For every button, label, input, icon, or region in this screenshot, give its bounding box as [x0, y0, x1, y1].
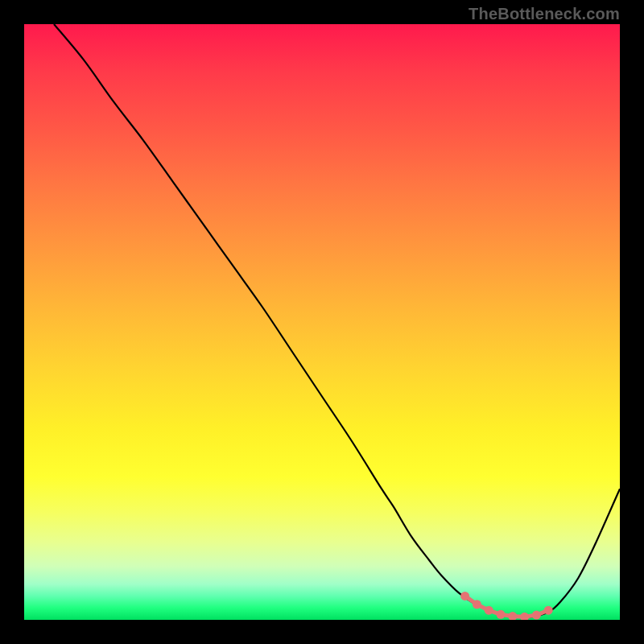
- marker-dot: [485, 606, 493, 615]
- bottleneck-curve: [54, 24, 620, 617]
- plot-area: [24, 24, 620, 620]
- marker-dot: [544, 606, 553, 615]
- marker-connector: [465, 596, 549, 617]
- marker-dot: [508, 612, 517, 620]
- marker-dot: [520, 613, 529, 620]
- marker-dot: [460, 592, 469, 601]
- marker-dot: [497, 610, 506, 619]
- marker-dot: [532, 611, 541, 620]
- chart-container: TheBottleneck.com: [0, 0, 644, 644]
- curve-svg: [24, 24, 620, 620]
- optimal-range-markers: [460, 592, 553, 620]
- attribution-text: TheBottleneck.com: [469, 5, 620, 23]
- marker-dot: [473, 600, 481, 609]
